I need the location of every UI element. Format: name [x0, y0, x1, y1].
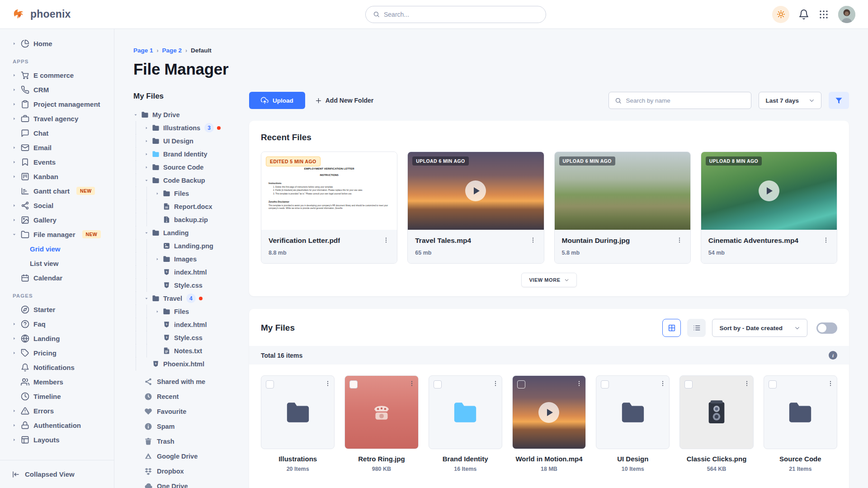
tree-item-style-css[interactable]: 3Style.css	[133, 279, 236, 292]
sidebar-item-social[interactable]: Social	[12, 198, 109, 213]
sort-select[interactable]: Sort by - Date created	[712, 319, 807, 337]
tree-link-trash[interactable]: Trash	[133, 434, 236, 449]
sidebar-item-chat[interactable]: Chat	[12, 126, 109, 140]
sidebar-item-list-view[interactable]: List view	[12, 256, 109, 270]
tree-item-index-html[interactable]: 5index.html	[133, 265, 236, 279]
tree-item-brand-identity[interactable]: Brand Identity	[133, 147, 236, 161]
tree-item-phoenix-html[interactable]: 5Phoenix.html	[133, 357, 236, 370]
sidebar-item-starter[interactable]: Starter	[12, 302, 109, 317]
user-avatar[interactable]	[838, 6, 855, 23]
grid-file-item-brand-identity[interactable]: Brand Identity16 Items	[429, 375, 502, 472]
select-checkbox[interactable]	[434, 380, 442, 389]
sidebar-item-errors[interactable]: Errors	[12, 403, 109, 418]
play-button[interactable]	[538, 402, 559, 423]
sidebar-item-email[interactable]: Email	[12, 140, 109, 155]
tree-item-landing-png[interactable]: Landing.png	[133, 239, 236, 252]
select-checkbox[interactable]	[601, 380, 609, 389]
kebab-menu-icon[interactable]	[382, 237, 390, 244]
grid-file-item-illustrations[interactable]: Illustrations20 Items	[261, 375, 335, 472]
sidebar-item-pricing[interactable]: Pricing	[12, 346, 109, 360]
list-view-button[interactable]	[687, 319, 706, 337]
tree-item-images[interactable]: Images	[133, 252, 236, 265]
select-checkbox[interactable]	[266, 380, 274, 389]
kebab-menu-icon[interactable]	[659, 380, 666, 387]
kebab-menu-icon[interactable]	[576, 380, 583, 387]
grid-view-button[interactable]	[662, 319, 681, 337]
view-toggle-switch[interactable]	[816, 322, 837, 334]
play-button[interactable]	[465, 180, 486, 201]
tree-link-favourite[interactable]: Favourite	[133, 404, 236, 419]
tree-item-files[interactable]: Files	[133, 187, 236, 200]
grid-file-item-source-code[interactable]: Source Code21 Items	[764, 375, 837, 472]
search-by-name-field[interactable]	[609, 92, 751, 109]
collapsed-view-button[interactable]: Collapsed View	[0, 460, 114, 488]
sidebar-item-grid-view[interactable]: Grid view	[12, 242, 109, 256]
tree-item-landing[interactable]: Landing	[133, 226, 236, 239]
global-search-input[interactable]	[384, 11, 538, 18]
grid-file-item-retro-ring-jpg[interactable]: Retro Ring.jpg980 KB	[344, 375, 418, 472]
tree-link-one-drive[interactable]: One Drive	[133, 479, 236, 488]
grid-file-item-classic-clicks-png[interactable]: Classic Clicks.png564 KB	[679, 375, 753, 472]
tree-item-index-html[interactable]: 5index.html	[133, 318, 236, 331]
sidebar-item-kanban[interactable]: Kanban	[12, 169, 109, 184]
recent-file-card-mountain-during-jpg[interactable]: UPLOAD 6 MIN AGOMountain During.jpg5.8 m…	[554, 152, 691, 264]
sidebar-item-timeline[interactable]: Timeline	[12, 389, 109, 403]
tree-link-shared-with-me[interactable]: Shared with me	[133, 374, 236, 389]
sidebar-item-faq[interactable]: Faq	[12, 317, 109, 331]
recent-file-card-cinematic-adventures-mp4[interactable]: UPLOAD 8 MIN AGOCinematic Adventures.mp4…	[701, 152, 837, 264]
tree-item-travel[interactable]: Travel4	[133, 292, 236, 305]
recent-file-card-verification-letter-pdf[interactable]: EDITED 5 MIN AGOEMPLOYMENT VERIFICATION …	[261, 152, 397, 264]
tree-link-spam[interactable]: Spam	[133, 419, 236, 434]
tree-link-google-drive[interactable]: Google Drive	[133, 449, 236, 464]
search-by-name-input[interactable]	[626, 97, 745, 104]
global-search[interactable]	[365, 6, 546, 23]
kebab-menu-icon[interactable]	[743, 380, 750, 387]
select-checkbox[interactable]	[349, 380, 358, 389]
tree-item-report-docx[interactable]: Report.docx	[133, 200, 236, 213]
tree-item-ui-design[interactable]: UI Design	[133, 134, 236, 147]
apps-grid-button[interactable]	[818, 9, 829, 20]
brand-logo[interactable]: phoenix	[13, 8, 130, 21]
tree-item-my-drive[interactable]: My Drive	[133, 108, 236, 121]
recent-file-card-travel-tales-mp4[interactable]: UPLOAD 6 MIN AGOTravel Tales.mp465 mb	[407, 152, 544, 264]
select-checkbox[interactable]	[769, 380, 777, 389]
tree-item-notes-txt[interactable]: Notes.txt	[133, 344, 236, 357]
grid-file-item-world-in-motion-mp4[interactable]: World in Motion.mp418 MB	[512, 375, 586, 472]
upload-button[interactable]: Upload	[249, 92, 305, 109]
add-new-folder-button[interactable]: Add New Folder	[315, 92, 374, 109]
sidebar-item-landing[interactable]: Landing	[12, 331, 109, 346]
tree-link-dropbox[interactable]: Dropbox	[133, 464, 236, 479]
kebab-menu-icon[interactable]	[529, 237, 537, 244]
sidebar-item-gallery[interactable]: Gallery	[12, 213, 109, 227]
sidebar-item-events[interactable]: Events	[12, 155, 109, 169]
sidebar-item-project-management[interactable]: Project management	[12, 97, 109, 111]
kebab-menu-icon[interactable]	[324, 380, 331, 387]
kebab-menu-icon[interactable]	[408, 380, 415, 387]
sidebar-item-file-manager[interactable]: File managerNEW	[12, 227, 109, 242]
tree-item-files[interactable]: Files	[133, 305, 236, 318]
sidebar-item-calendar[interactable]: Calendar	[12, 270, 109, 285]
tree-item-style-css[interactable]: 3Style.css	[133, 331, 236, 344]
notifications-bell-button[interactable]	[798, 9, 809, 20]
view-more-button[interactable]: VIEW MORE	[521, 273, 576, 287]
sidebar-item-gantt-chart[interactable]: Gantt chartNEW	[12, 184, 109, 198]
select-checkbox[interactable]	[684, 380, 693, 389]
breadcrumb-page1[interactable]: Page 1	[133, 47, 153, 54]
sidebar-item-home[interactable]: Home	[12, 36, 109, 51]
theme-toggle-button[interactable]	[772, 6, 789, 23]
kebab-menu-icon[interactable]	[827, 380, 834, 387]
breadcrumb-page2[interactable]: Page 2	[162, 47, 182, 54]
sidebar-item-notifications[interactable]: Notifications	[12, 360, 109, 374]
filter-button[interactable]	[829, 92, 849, 109]
date-range-select[interactable]: Last 7 days	[759, 92, 821, 109]
tree-link-recent[interactable]: Recent	[133, 389, 236, 404]
sidebar-item-members[interactable]: Members	[12, 374, 109, 389]
kebab-menu-icon[interactable]	[676, 237, 683, 244]
sidebar-item-layouts[interactable]: Layouts	[12, 432, 109, 447]
kebab-menu-icon[interactable]	[492, 380, 499, 387]
info-icon[interactable]: i	[829, 351, 837, 360]
sidebar-item-crm[interactable]: CRM	[12, 82, 109, 97]
kebab-menu-icon[interactable]	[822, 237, 830, 244]
grid-file-item-ui-design[interactable]: UI Design10 Items	[596, 375, 670, 472]
tree-item-illustrations[interactable]: Illustrations3	[133, 121, 236, 134]
